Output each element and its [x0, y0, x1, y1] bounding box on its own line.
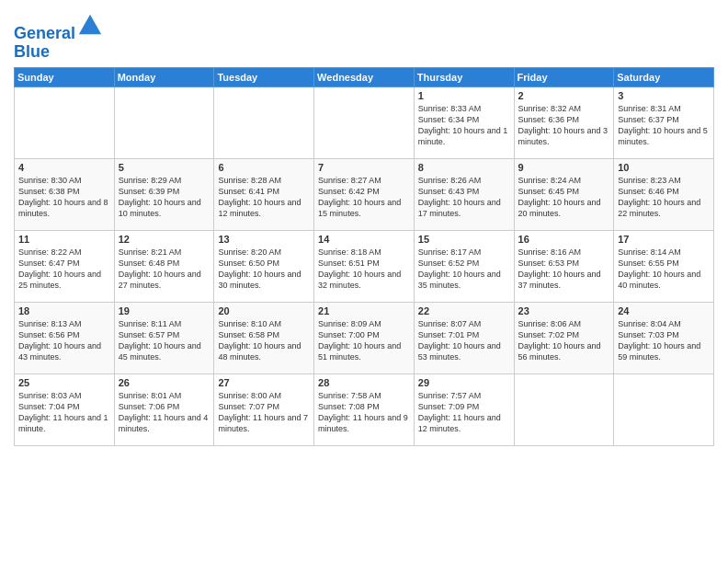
day-number: 7: [318, 162, 410, 173]
day-info: Sunrise: 8:09 AM Sunset: 7:00 PM Dayligh…: [318, 318, 410, 363]
weekday-header-cell: Sunday: [15, 67, 115, 86]
calendar-cell: 17Sunrise: 8:14 AM Sunset: 6:55 PM Dayli…: [614, 230, 714, 302]
weekday-header-cell: Wednesday: [314, 67, 415, 86]
calendar-cell: 5Sunrise: 8:29 AM Sunset: 6:39 PM Daylig…: [114, 158, 214, 230]
day-number: 29: [418, 377, 510, 388]
day-number: 12: [119, 234, 210, 245]
day-number: 17: [618, 234, 710, 245]
day-info: Sunrise: 8:11 AM Sunset: 6:57 PM Dayligh…: [119, 318, 210, 363]
calendar-week-row: 25Sunrise: 8:03 AM Sunset: 7:04 PM Dayli…: [15, 373, 714, 445]
calendar-cell: 8Sunrise: 8:26 AM Sunset: 6:43 PM Daylig…: [414, 158, 514, 230]
day-number: 1: [418, 90, 510, 101]
day-number: 9: [518, 162, 610, 173]
weekday-header-row: SundayMondayTuesdayWednesdayThursdayFrid…: [15, 67, 714, 86]
day-number: 4: [18, 162, 110, 173]
calendar-cell: 12Sunrise: 8:21 AM Sunset: 6:48 PM Dayli…: [114, 230, 214, 302]
day-info: Sunrise: 8:24 AM Sunset: 6:45 PM Dayligh…: [518, 175, 610, 220]
calendar-cell: [114, 86, 214, 158]
calendar-cell: 6Sunrise: 8:28 AM Sunset: 6:41 PM Daylig…: [214, 158, 314, 230]
calendar-cell: 15Sunrise: 8:17 AM Sunset: 6:52 PM Dayli…: [414, 230, 514, 302]
day-info: Sunrise: 8:03 AM Sunset: 7:04 PM Dayligh…: [18, 390, 110, 435]
logo-text: General: [14, 13, 103, 43]
day-info: Sunrise: 8:32 AM Sunset: 6:36 PM Dayligh…: [518, 103, 610, 148]
calendar-week-row: 18Sunrise: 8:13 AM Sunset: 6:56 PM Dayli…: [15, 302, 714, 373]
day-info: Sunrise: 8:29 AM Sunset: 6:39 PM Dayligh…: [119, 175, 210, 220]
header: General Blue: [14, 9, 714, 62]
svg-marker-0: [79, 15, 101, 34]
day-info: Sunrise: 8:13 AM Sunset: 6:56 PM Dayligh…: [18, 318, 110, 363]
calendar-cell: 16Sunrise: 8:16 AM Sunset: 6:53 PM Dayli…: [514, 230, 614, 302]
calendar-cell: 29Sunrise: 7:57 AM Sunset: 7:09 PM Dayli…: [414, 373, 514, 445]
calendar-cell: 7Sunrise: 8:27 AM Sunset: 6:42 PM Daylig…: [314, 158, 415, 230]
day-info: Sunrise: 7:58 AM Sunset: 7:08 PM Dayligh…: [318, 390, 410, 435]
day-number: 16: [518, 234, 610, 245]
calendar-cell: 3Sunrise: 8:31 AM Sunset: 6:37 PM Daylig…: [614, 86, 714, 158]
day-number: 27: [218, 377, 310, 388]
weekday-header-cell: Monday: [114, 67, 214, 86]
day-info: Sunrise: 8:21 AM Sunset: 6:48 PM Dayligh…: [119, 247, 210, 292]
calendar-cell: 19Sunrise: 8:11 AM Sunset: 6:57 PM Dayli…: [114, 302, 214, 373]
day-info: Sunrise: 8:28 AM Sunset: 6:41 PM Dayligh…: [218, 175, 310, 220]
logo: General Blue: [14, 13, 103, 62]
day-info: Sunrise: 8:20 AM Sunset: 6:50 PM Dayligh…: [218, 247, 310, 292]
calendar-cell: 20Sunrise: 8:10 AM Sunset: 6:58 PM Dayli…: [214, 302, 314, 373]
day-number: 28: [318, 377, 410, 388]
weekday-header-cell: Tuesday: [214, 67, 314, 86]
day-info: Sunrise: 8:00 AM Sunset: 7:07 PM Dayligh…: [218, 390, 310, 435]
calendar-cell: 2Sunrise: 8:32 AM Sunset: 6:36 PM Daylig…: [514, 86, 614, 158]
calendar-cell: 23Sunrise: 8:06 AM Sunset: 7:02 PM Dayli…: [514, 302, 614, 373]
calendar-cell: [614, 373, 714, 445]
calendar-cell: 1Sunrise: 8:33 AM Sunset: 6:34 PM Daylig…: [414, 86, 514, 158]
day-number: 3: [618, 90, 710, 101]
day-info: Sunrise: 8:31 AM Sunset: 6:37 PM Dayligh…: [618, 103, 710, 148]
day-info: Sunrise: 8:16 AM Sunset: 6:53 PM Dayligh…: [518, 247, 610, 292]
logo-general: General: [14, 24, 75, 42]
calendar-cell: 10Sunrise: 8:23 AM Sunset: 6:46 PM Dayli…: [614, 158, 714, 230]
weekday-header-cell: Friday: [514, 67, 614, 86]
day-info: Sunrise: 8:01 AM Sunset: 7:06 PM Dayligh…: [119, 390, 210, 435]
day-number: 20: [218, 305, 310, 316]
calendar-cell: 27Sunrise: 8:00 AM Sunset: 7:07 PM Dayli…: [214, 373, 314, 445]
day-info: Sunrise: 8:06 AM Sunset: 7:02 PM Dayligh…: [518, 318, 610, 363]
day-info: Sunrise: 8:30 AM Sunset: 6:38 PM Dayligh…: [18, 175, 110, 220]
day-info: Sunrise: 8:10 AM Sunset: 6:58 PM Dayligh…: [218, 318, 310, 363]
weekday-header-cell: Saturday: [614, 67, 714, 86]
day-number: 14: [318, 234, 410, 245]
day-info: Sunrise: 8:04 AM Sunset: 7:03 PM Dayligh…: [618, 318, 710, 363]
calendar-cell: 4Sunrise: 8:30 AM Sunset: 6:38 PM Daylig…: [15, 158, 115, 230]
day-info: Sunrise: 8:18 AM Sunset: 6:51 PM Dayligh…: [318, 247, 410, 292]
day-number: 13: [218, 234, 310, 245]
day-number: 18: [18, 305, 110, 316]
calendar-cell: 9Sunrise: 8:24 AM Sunset: 6:45 PM Daylig…: [514, 158, 614, 230]
day-info: Sunrise: 8:23 AM Sunset: 6:46 PM Dayligh…: [618, 175, 710, 220]
day-number: 21: [318, 305, 410, 316]
day-number: 6: [218, 162, 310, 173]
logo-icon: [77, 13, 103, 39]
logo-blue: Blue: [14, 43, 103, 62]
calendar-cell: 25Sunrise: 8:03 AM Sunset: 7:04 PM Dayli…: [15, 373, 115, 445]
day-number: 5: [119, 162, 210, 173]
calendar-cell: 24Sunrise: 8:04 AM Sunset: 7:03 PM Dayli…: [614, 302, 714, 373]
day-info: Sunrise: 8:07 AM Sunset: 7:01 PM Dayligh…: [418, 318, 510, 363]
day-number: 23: [518, 305, 610, 316]
day-info: Sunrise: 8:17 AM Sunset: 6:52 PM Dayligh…: [418, 247, 510, 292]
day-number: 2: [518, 90, 610, 101]
calendar-body: 1Sunrise: 8:33 AM Sunset: 6:34 PM Daylig…: [15, 86, 714, 445]
day-info: Sunrise: 8:33 AM Sunset: 6:34 PM Dayligh…: [418, 103, 510, 148]
day-number: 24: [618, 305, 710, 316]
day-number: 8: [418, 162, 510, 173]
page-container: General Blue SundayMondayTuesdayWednesda…: [0, 0, 728, 451]
calendar-week-row: 1Sunrise: 8:33 AM Sunset: 6:34 PM Daylig…: [15, 86, 714, 158]
day-info: Sunrise: 8:27 AM Sunset: 6:42 PM Dayligh…: [318, 175, 410, 220]
calendar-cell: 26Sunrise: 8:01 AM Sunset: 7:06 PM Dayli…: [114, 373, 214, 445]
calendar-cell: 18Sunrise: 8:13 AM Sunset: 6:56 PM Dayli…: [15, 302, 115, 373]
calendar-cell: 13Sunrise: 8:20 AM Sunset: 6:50 PM Dayli…: [214, 230, 314, 302]
day-number: 25: [18, 377, 110, 388]
calendar-cell: [314, 86, 415, 158]
day-number: 26: [119, 377, 210, 388]
calendar-cell: 22Sunrise: 8:07 AM Sunset: 7:01 PM Dayli…: [414, 302, 514, 373]
day-number: 11: [18, 234, 110, 245]
calendar-cell: [214, 86, 314, 158]
day-info: Sunrise: 8:22 AM Sunset: 6:47 PM Dayligh…: [18, 247, 110, 292]
calendar-cell: [15, 86, 115, 158]
